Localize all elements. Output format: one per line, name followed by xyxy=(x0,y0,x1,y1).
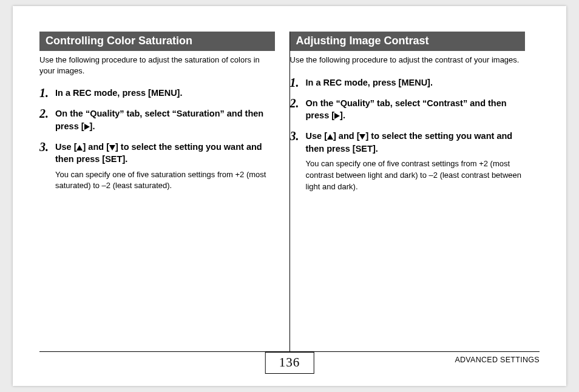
step-number: 3. xyxy=(39,141,55,192)
triangle-down-icon xyxy=(109,145,115,150)
step-text: In a REC mode, press [MENU]. xyxy=(306,76,526,89)
steps-list: 1. In a REC mode, press [MENU]. 2. On th… xyxy=(290,76,526,193)
step-1: 1. In a REC mode, press [MENU]. xyxy=(39,87,275,99)
step-text: Use [] and [] to select the setting you … xyxy=(55,141,275,166)
step-3: 3. Use [] and [] to select the setting y… xyxy=(39,141,275,192)
triangle-up-icon xyxy=(327,134,333,140)
right-column: Adjusting Image Contrast Use the followi… xyxy=(290,32,540,352)
step-number: 3. xyxy=(290,130,306,192)
triangle-down-icon xyxy=(359,134,365,140)
step-text: On the “Quality” tab, select “Saturation… xyxy=(55,107,275,132)
section-heading-saturation: Controlling Color Saturation xyxy=(39,32,275,51)
manual-page: Controlling Color Saturation Use the fol… xyxy=(13,6,566,386)
step-number: 1. xyxy=(290,76,306,89)
step-subtext: You can specify one of five saturation s… xyxy=(55,169,275,192)
section-heading-contrast: Adjusting Image Contrast xyxy=(290,32,526,51)
footer-section-label: ADVANCED SETTINGS xyxy=(455,356,540,364)
triangle-right-icon xyxy=(84,124,90,130)
triangle-right-icon xyxy=(334,113,340,119)
intro-text: Use the following procedure to adjust th… xyxy=(39,55,275,76)
step-text: On the “Quality” tab, select “Contrast” … xyxy=(306,97,526,122)
triangle-up-icon xyxy=(76,145,83,150)
step-text: In a REC mode, press [MENU]. xyxy=(55,87,275,99)
intro-text: Use the following procedure to adjust th… xyxy=(290,55,526,66)
step-number: 1. xyxy=(39,87,55,99)
step-2: 2. On the “Quality” tab, select “Saturat… xyxy=(39,107,275,132)
steps-list: 1. In a REC mode, press [MENU]. 2. On th… xyxy=(39,87,275,192)
left-column: Controlling Color Saturation Use the fol… xyxy=(39,32,290,352)
page-number: 136 xyxy=(265,352,314,374)
step-number: 2. xyxy=(39,107,55,132)
step-number: 2. xyxy=(290,97,306,122)
step-2: 2. On the “Quality” tab, select “Contras… xyxy=(290,97,526,122)
step-subtext: You can specify one of five contrast set… xyxy=(306,158,526,193)
step-3: 3. Use [] and [] to select the setting y… xyxy=(290,130,526,192)
step-1: 1. In a REC mode, press [MENU]. xyxy=(290,76,526,89)
content-area: Controlling Color Saturation Use the fol… xyxy=(39,32,540,352)
step-text: Use [] and [] to select the setting you … xyxy=(306,130,526,155)
